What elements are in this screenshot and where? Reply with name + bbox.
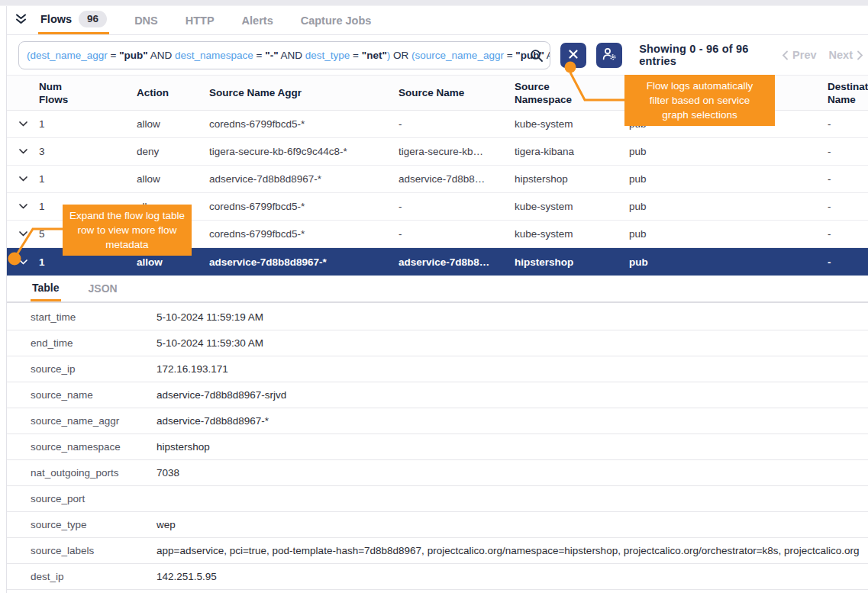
cell-source-name-aggr: coredns-6799fbcd5-*: [209, 118, 399, 130]
expand-row-icon[interactable]: [7, 121, 39, 127]
tab-alerts[interactable]: Alerts: [240, 6, 276, 34]
cell-action: allow: [137, 256, 209, 268]
detail-value: app=adservice, pci=true, pod-template-ha…: [156, 545, 868, 556]
cell-source-namespace: kube-system: [515, 201, 629, 212]
chevron-right-icon: [857, 50, 863, 60]
tab-flows[interactable]: Flows96: [38, 6, 109, 34]
filter-query-text: (dest_name_aggr = "pub" AND dest_namespa…: [27, 50, 550, 61]
expand-row-icon[interactable]: [7, 176, 39, 182]
cell-source-name: tigera-secure-kb…: [399, 146, 515, 157]
column-header-destination-name: Destination Name: [828, 80, 868, 106]
cell-dest-name: -: [828, 228, 868, 240]
detail-row-source_name_aggr: source_name_aggradservice-7d8b8d8967-*: [7, 408, 868, 434]
cell-dest-name-aggr: pub: [629, 256, 828, 268]
detail-key: source_name_aggr: [7, 415, 156, 427]
detail-key: source_ip: [7, 363, 156, 375]
cell-source-name-aggr: coredns-6799fbcd5-*: [209, 201, 399, 212]
detail-value: wep: [156, 519, 868, 530]
detail-row-start_time: start_time5-10-2024 11:59:19 AM: [7, 305, 868, 330]
callout-text-line: metadata: [67, 237, 187, 252]
user-settings-button[interactable]: [596, 43, 622, 68]
callout-flow-logs-filter: Flow logs automaticallyfilter based on s…: [624, 75, 775, 126]
collapse-panel-button[interactable]: [7, 6, 38, 34]
flow-logs-screen: Flows96DNSHTTPAlertsCapture Jobs (dest_n…: [0, 0, 868, 593]
column-header-action: Action: [137, 86, 209, 99]
cell-dest-name: -: [828, 146, 868, 157]
callout-text-line: row to view more flow: [67, 223, 187, 237]
tab-label: Flows: [40, 13, 72, 25]
detail-tab-json[interactable]: JSON: [87, 276, 119, 301]
tab-http[interactable]: HTTP: [183, 6, 217, 34]
detail-row-source_ip: source_ip172.16.193.171: [7, 356, 868, 382]
tab-label: Capture Jobs: [301, 15, 372, 27]
expand-row-icon[interactable]: [7, 148, 39, 155]
detail-key: start_time: [7, 311, 156, 323]
detail-key: source_type: [7, 519, 156, 530]
tab-dns[interactable]: DNS: [132, 6, 160, 34]
tab-count-badge: 96: [79, 11, 107, 27]
filter-toolbar: (dest_name_aggr = "pub" AND dest_namespa…: [7, 35, 868, 75]
cell-num-flows: 1: [39, 256, 137, 268]
detail-key: end_time: [7, 337, 156, 349]
chevron-left-icon: [782, 50, 789, 60]
cell-source-namespace: tigera-kibana: [515, 146, 629, 157]
detail-value: 172.16.193.171: [156, 363, 868, 375]
detail-key: dest_ip: [7, 571, 156, 582]
search-icon: [529, 48, 544, 66]
cell-dest-name-aggr: pub: [629, 228, 828, 240]
cell-source-name: -: [399, 118, 515, 130]
detail-key: source_port: [7, 493, 156, 504]
cell-num-flows: 3: [39, 146, 137, 157]
cell-source-name-aggr: tigera-secure-kb-6f9c9c44c8-*: [209, 146, 399, 157]
tab-label: HTTP: [186, 15, 215, 27]
callout-text-line: Expand the flow log table: [67, 208, 187, 223]
entries-count: Showing 0 - 96 of 96 entries: [639, 43, 782, 67]
pagination: Prev Next: [782, 49, 863, 61]
main-tab-bar: Flows96DNSHTTPAlertsCapture Jobs: [7, 6, 868, 35]
tab-capture-jobs[interactable]: Capture Jobs: [298, 6, 374, 34]
prev-button[interactable]: Prev: [782, 49, 816, 61]
double-chevron-down-icon: [15, 13, 27, 28]
clear-filter-button[interactable]: [560, 43, 586, 68]
main-tabs: Flows96DNSHTTPAlertsCapture Jobs: [38, 6, 373, 34]
expand-row-icon[interactable]: [7, 230, 39, 237]
cell-source-namespace: hipstershop: [515, 173, 629, 185]
cell-dest-name: -: [828, 256, 868, 268]
cell-dest-name: -: [828, 201, 868, 212]
detail-value: 5-10-2024 11:59:19 AM: [156, 311, 868, 323]
tab-label: Alerts: [242, 15, 273, 27]
flow-table-row[interactable]: 3denytigera-secure-kb-6f9c9c44c8-*tigera…: [7, 138, 868, 166]
cell-dest-name-aggr: pub: [629, 201, 828, 212]
detail-tab-table[interactable]: Table: [31, 276, 61, 301]
detail-row-nat_outgoing_ports: nat_outgoing_ports7038: [7, 460, 868, 486]
detail-value: adservice-7d8b8d8967-srjvd: [156, 389, 868, 401]
cell-source-name-aggr: adservice-7d8b8d8967-*: [209, 173, 399, 185]
cell-source-name: adservice-7d8b8…: [399, 256, 515, 268]
detail-row-source_namespace: source_namespacehipstershop: [7, 434, 868, 460]
detail-key: source_namespace: [7, 441, 156, 453]
detail-value: 7038: [156, 467, 868, 479]
user-gear-icon: [602, 47, 617, 63]
cell-source-name: -: [399, 201, 515, 212]
cell-dest-name-aggr: pub: [629, 173, 828, 185]
callout-expand-row: Expand the flow log tablerow to view mor…: [63, 205, 192, 256]
callout-text-line: filter based on service: [629, 93, 770, 108]
cell-action: allow: [137, 173, 209, 185]
callout-text-line: Flow logs automatically: [629, 79, 770, 93]
cell-source-name: adservice-7d8b8…: [399, 173, 515, 185]
column-header-source-name-aggr: Source Name Aggr: [209, 86, 399, 99]
expand-row-icon[interactable]: [7, 259, 39, 266]
flow-table-row[interactable]: 1allowadservice-7d8b8d8967-*adservice-7d…: [7, 166, 868, 193]
column-header-num-flows: Num Flows: [39, 80, 79, 106]
detail-row-dest_ip: dest_ip142.251.5.95: [7, 564, 868, 590]
expand-row-icon[interactable]: [7, 203, 39, 210]
cell-source-namespace: kube-system: [515, 228, 629, 240]
cell-source-name: -: [399, 228, 515, 240]
detail-value: 142.251.5.95: [156, 571, 868, 582]
tab-label: DNS: [134, 15, 158, 27]
detail-row-end_time: end_time5-10-2024 11:59:30 AM: [7, 330, 868, 356]
callout-text-line: graph selections: [629, 108, 770, 122]
filter-query-input[interactable]: (dest_name_aggr = "pub" AND dest_namespa…: [18, 41, 550, 69]
cell-action: allow: [137, 118, 209, 130]
next-button[interactable]: Next: [829, 49, 863, 61]
